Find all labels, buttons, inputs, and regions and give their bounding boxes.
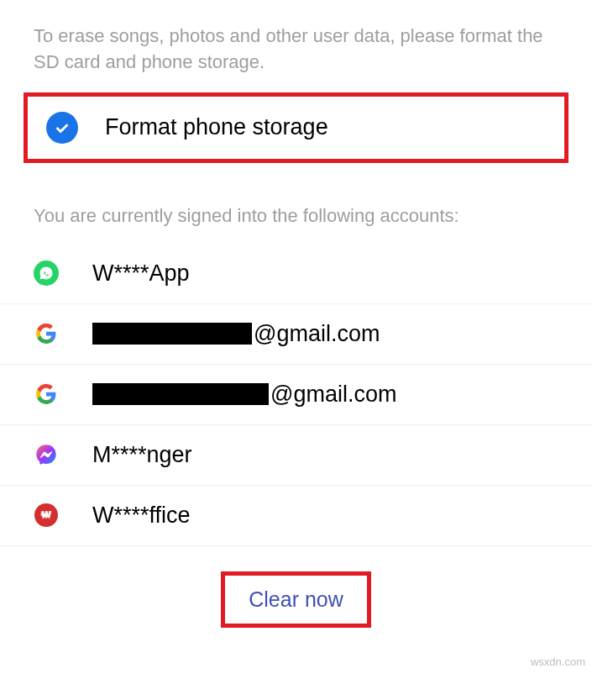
account-label: W****ffice: [92, 503, 191, 529]
clear-button-label: Clear now: [249, 587, 343, 611]
account-item-google-2[interactable]: @gmail.com: [0, 365, 592, 425]
account-item-wps[interactable]: W W****ffice: [0, 486, 592, 546]
account-item-whatsapp[interactable]: W****App: [0, 244, 592, 304]
erase-description: To erase songs, photos and other user da…: [0, 0, 592, 92]
svg-text:W: W: [42, 509, 50, 519]
accounts-header: You are currently signed into the follow…: [0, 180, 592, 244]
account-item-messenger[interactable]: M****nger: [0, 425, 592, 486]
account-label: @gmail.com: [92, 382, 396, 408]
format-phone-storage-option[interactable]: Format phone storage: [24, 92, 568, 163]
wps-icon: W: [34, 503, 59, 528]
format-option-label: Format phone storage: [105, 114, 328, 140]
account-label: M****nger: [92, 442, 192, 468]
redacted-text: [92, 383, 269, 405]
watermark: wsxdn.com: [531, 655, 585, 668]
account-item-google-1[interactable]: @gmail.com: [0, 304, 592, 365]
clear-now-button[interactable]: Clear now: [221, 571, 371, 628]
redacted-text: [92, 323, 252, 345]
account-label: W****App: [92, 261, 190, 287]
checkmark-icon: [46, 112, 78, 144]
google-icon: [34, 321, 59, 346]
whatsapp-icon: [34, 261, 59, 286]
account-label: @gmail.com: [92, 321, 380, 347]
google-icon: [34, 382, 59, 407]
messenger-icon: [34, 442, 59, 467]
